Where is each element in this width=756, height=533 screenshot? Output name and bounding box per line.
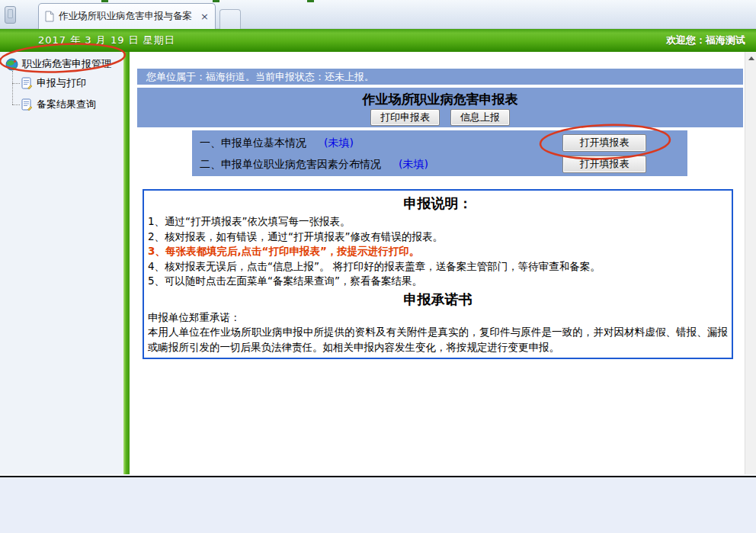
globe-icon xyxy=(5,58,18,71)
form-title: 作业场所职业病危害申报表 xyxy=(137,88,743,109)
browser-tab-bar: 作业场所职业病危害申报与备案 × xyxy=(0,0,756,29)
tab-close-icon[interactable]: × xyxy=(200,11,209,21)
declaration-instructions-box: 申报说明： 1、通过“打开填报表”依次填写每一张报表。 2、核对报表，如有错误，… xyxy=(143,189,733,359)
open-form-button-1[interactable]: 打开填报表 xyxy=(562,134,646,152)
browser-panel-icon[interactable] xyxy=(5,6,16,24)
table-row: 二、申报单位职业病危害因素分布情况 (未填) 打开填报表 xyxy=(192,153,687,175)
scroll-up-icon[interactable] xyxy=(748,56,754,60)
row-status-badge: (未填) xyxy=(399,158,428,170)
submit-info-button[interactable]: 信息上报 xyxy=(450,109,510,126)
vertical-scrollbar[interactable] xyxy=(745,52,756,474)
tab-title: 作业场所职业病危害申报与备案 xyxy=(59,10,192,23)
top-edge-mark xyxy=(307,0,314,2)
print-declaration-button[interactable]: 打印申报表 xyxy=(370,109,440,126)
instruction-line-4: 4、核对报表无误后，点击“信息上报”。 将打印好的报表盖章，送备案主管部门，等待… xyxy=(148,259,728,275)
browser-tab-active[interactable]: 作业场所职业病危害申报与备案 × xyxy=(38,3,216,29)
open-form-button-2[interactable]: 打开填报表 xyxy=(562,156,646,173)
promise-body: 本用人单位在作业场所职业病申报中所提供的资料及有关附件是真实的，复印件与原件是一… xyxy=(148,325,728,355)
page-header: 2017 年 3 月 19 日 星期日 欢迎您：福海测试 xyxy=(0,29,756,52)
row-label: 二、申报单位职业病危害因素分布情况 xyxy=(200,158,381,170)
header-welcome: 欢迎您：福海测试 xyxy=(666,34,756,47)
form-rows-panel: 一、申报单位基本情况 (未填) 打开填报表 二、申报单位职业病危害因素分布情况 … xyxy=(192,130,687,176)
top-edge-mark xyxy=(213,0,219,2)
sidebar-item-declare-management[interactable]: 职业病危害申报管理 xyxy=(0,56,123,72)
sidebar: 职业病危害申报管理 申报与打印 xyxy=(0,52,123,474)
instruction-line-3: 3、每张表都填完后,点击“打印申报表”，按提示进行打印。 xyxy=(148,244,728,259)
content-area: 职业病危害申报管理 申报与打印 xyxy=(0,52,756,474)
sidebar-item-label: 申报与打印 xyxy=(37,76,86,90)
row-status-badge: (未填) xyxy=(324,136,354,149)
page-icon xyxy=(45,11,54,22)
instructions-title: 申报说明： xyxy=(148,194,728,213)
form-document-icon xyxy=(21,77,33,89)
promise-lead: 申报单位郑重承诺： xyxy=(148,310,728,326)
unit-status-bar: 您单位属于：福海街道。当前申报状态：还未上报。 xyxy=(137,69,743,85)
sidebar-item-declare-print[interactable]: 申报与打印 xyxy=(12,72,123,94)
sidebar-item-record-query[interactable]: 备案结果查询 xyxy=(12,94,123,115)
footer-area xyxy=(0,477,756,533)
promise-title: 申报承诺书 xyxy=(148,290,728,309)
table-row: 一、申报单位基本情况 (未填) 打开填报表 xyxy=(192,132,687,153)
header-date: 2017 年 3 月 19 日 星期日 xyxy=(0,34,175,47)
instruction-line-5: 5、可以随时点击左面菜单“备案结果查询”，察看备案结果。 xyxy=(148,274,728,289)
form-document-icon xyxy=(21,98,33,111)
sidebar-divider xyxy=(123,52,130,474)
top-edge-mark xyxy=(101,0,108,2)
unit-status-text: 您单位属于：福海街道。当前申报状态：还未上报。 xyxy=(146,71,374,82)
new-tab-button[interactable] xyxy=(219,9,241,29)
row-label-group: 一、申报单位基本情况 (未填) xyxy=(200,135,354,150)
instruction-line-1: 1、通过“打开填报表”依次填写每一张报表。 xyxy=(148,214,728,230)
row-label-group: 二、申报单位职业病危害因素分布情况 (未填) xyxy=(200,156,428,172)
form-title-panel: 作业场所职业病危害申报表 打印申报表 信息上报 xyxy=(137,88,743,127)
instruction-line-2: 2、核对报表，如有错误，通过“打开填报表”修改有错误的报表。 xyxy=(148,230,728,245)
row-label: 一、申报单位基本情况 xyxy=(200,136,306,149)
sidebar-item-label: 备案结果查询 xyxy=(37,98,96,111)
application-window: { "browser": { "tab_title": "作业场所职业病危害申报… xyxy=(0,0,756,533)
main-panel: 您单位属于：福海街道。当前申报状态：还未上报。 作业场所职业病危害申报表 打印申… xyxy=(130,52,756,474)
sidebar-children: 申报与打印 备案结果查询 xyxy=(12,72,123,115)
sidebar-root-label: 职业病危害申报管理 xyxy=(22,57,111,71)
form-title-buttons: 打印申报表 信息上报 xyxy=(137,109,743,126)
